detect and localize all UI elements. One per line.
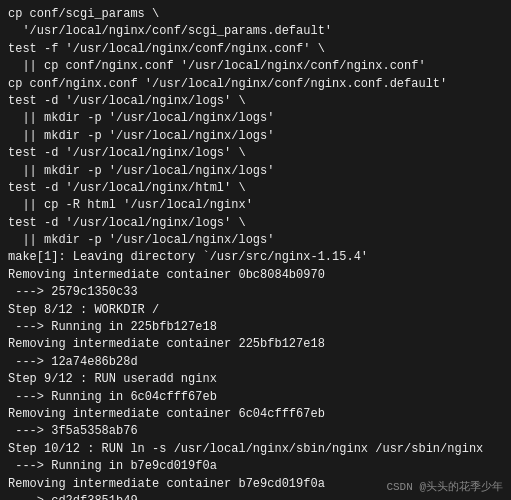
- terminal-line: make[1]: Leaving directory `/usr/src/ngi…: [8, 249, 503, 266]
- terminal-output: cp conf/scgi_params \ '/usr/local/nginx/…: [8, 6, 503, 500]
- terminal-line: '/usr/local/nginx/conf/scgi_params.defau…: [8, 23, 503, 40]
- terminal-line: test -d '/usr/local/nginx/logs' \: [8, 145, 503, 162]
- terminal-line: ---> 12a74e86b28d: [8, 354, 503, 371]
- terminal-window: cp conf/scgi_params \ '/usr/local/nginx/…: [0, 0, 511, 500]
- terminal-line: Step 8/12 : WORKDIR /: [8, 302, 503, 319]
- terminal-line: || cp conf/nginx.conf '/usr/local/nginx/…: [8, 58, 503, 75]
- terminal-line: test -d '/usr/local/nginx/logs' \: [8, 93, 503, 110]
- terminal-line: Removing intermediate container 6c04cfff…: [8, 406, 503, 423]
- terminal-line: test -d '/usr/local/nginx/html' \: [8, 180, 503, 197]
- terminal-line: || mkdir -p '/usr/local/nginx/logs': [8, 163, 503, 180]
- terminal-line: test -d '/usr/local/nginx/logs' \: [8, 215, 503, 232]
- terminal-line: ---> Running in 6c04cfff67eb: [8, 389, 503, 406]
- terminal-line: Removing intermediate container 0bc8084b…: [8, 267, 503, 284]
- terminal-line: Removing intermediate container 225bfb12…: [8, 336, 503, 353]
- terminal-line: || mkdir -p '/usr/local/nginx/logs': [8, 232, 503, 249]
- terminal-line: ---> Running in b7e9cd019f0a: [8, 458, 503, 475]
- terminal-line: test -f '/usr/local/nginx/conf/nginx.con…: [8, 41, 503, 58]
- terminal-line: ---> 2579c1350c33: [8, 284, 503, 301]
- terminal-line: ---> 3f5a5358ab76: [8, 423, 503, 440]
- terminal-line: cp conf/nginx.conf '/usr/local/nginx/con…: [8, 76, 503, 93]
- watermark: CSDN @头头的花季少年: [386, 479, 503, 494]
- terminal-line: || mkdir -p '/usr/local/nginx/logs': [8, 128, 503, 145]
- terminal-line: Step 10/12 : RUN ln -s /usr/local/nginx/…: [8, 441, 503, 458]
- terminal-line: || cp -R html '/usr/local/nginx': [8, 197, 503, 214]
- terminal-line: ---> Running in 225bfb127e18: [8, 319, 503, 336]
- terminal-line: Step 9/12 : RUN useradd nginx: [8, 371, 503, 388]
- terminal-line: cp conf/scgi_params \: [8, 6, 503, 23]
- terminal-line: || mkdir -p '/usr/local/nginx/logs': [8, 110, 503, 127]
